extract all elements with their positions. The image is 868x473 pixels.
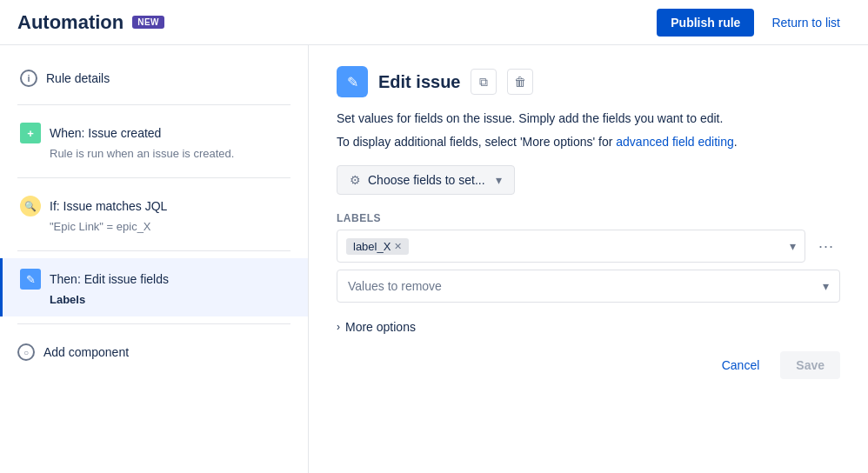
description-suffix: . — [734, 135, 738, 149]
plus-icon: + — [20, 123, 41, 143]
sidebar-divider-4 — [17, 323, 290, 324]
footer-actions: Cancel Save — [337, 351, 840, 379]
choose-fields-label: Choose fields to set... — [368, 173, 485, 187]
header-actions: Publish rule Return to list — [657, 9, 851, 37]
edit-icon: ✎ — [20, 269, 41, 290]
choose-fields-button[interactable]: ⚙ Choose fields to set... ▾ — [337, 165, 515, 195]
copy-icon: ⧉ — [479, 75, 488, 90]
labels-dropdown[interactable]: label_X ✕ ▾ — [337, 230, 805, 263]
description-prefix: To display additional fields, select 'Mo… — [337, 135, 616, 149]
labels-section: Labels label_X ✕ ▾ ··· Values to remove … — [337, 212, 840, 303]
sidebar-item-label: Rule details — [46, 71, 110, 85]
return-to-list-button[interactable]: Return to list — [761, 9, 851, 37]
header: Automation NEW Publish rule Return to li… — [0, 0, 868, 45]
sidebar-item-rule-details[interactable]: i Rule details — [0, 59, 308, 97]
labels-input-row: label_X ✕ ▾ ··· — [337, 230, 840, 263]
labels-chevron-icon: ▾ — [790, 239, 796, 253]
content-area: ✎ Edit issue ⧉ 🗑 Set values for fields o… — [309, 45, 868, 473]
circle-icon: ○ — [17, 343, 35, 361]
sidebar-divider-3 — [17, 250, 290, 251]
sidebar-item-when-issue-created[interactable]: + When: Issue created Rule is run when a… — [0, 112, 308, 170]
pencil-icon: ✎ — [347, 74, 358, 90]
main-layout: i Rule details + When: Issue created Rul… — [0, 45, 868, 473]
delete-button[interactable]: 🗑 — [507, 69, 533, 95]
save-button[interactable]: Save — [780, 351, 840, 379]
sidebar-item-label: If: Issue matches JQL — [50, 199, 167, 213]
description-line2: To display additional fields, select 'Mo… — [337, 133, 840, 151]
more-options-label: More options — [345, 320, 416, 334]
sidebar: i Rule details + When: Issue created Rul… — [0, 45, 309, 473]
label-tag: label_X ✕ — [346, 238, 409, 255]
edit-issue-title: Edit issue — [378, 72, 460, 92]
sidebar-divider-2 — [17, 177, 290, 178]
sidebar-item-label: Then: Edit issue fields — [50, 272, 169, 286]
sidebar-divider — [17, 104, 290, 105]
gear-icon: ⚙ — [350, 173, 361, 187]
info-icon: i — [20, 70, 37, 87]
edit-issue-header: ✎ Edit issue ⧉ 🗑 — [337, 66, 840, 97]
values-to-remove-placeholder: Values to remove — [348, 279, 442, 293]
trash-icon: 🗑 — [514, 75, 526, 89]
sidebar-item-then-edit-issue[interactable]: ✎ Then: Edit issue fields Labels — [0, 258, 308, 316]
new-badge: NEW — [132, 16, 164, 29]
description-line1: Set values for fields on the issue. Simp… — [337, 110, 840, 128]
values-remove-section: Values to remove ▾ — [337, 270, 840, 303]
add-component-item[interactable]: ○ Add component — [0, 331, 308, 373]
add-component-label: Add component — [43, 345, 129, 359]
edit-issue-icon: ✎ — [337, 66, 368, 97]
chevron-right-icon: › — [337, 321, 340, 333]
labels-heading: Labels — [337, 212, 840, 224]
search-icon: 🔍 — [20, 196, 41, 217]
sidebar-item-sublabel: "Epic Link" = epic_X — [50, 220, 290, 233]
app-title: Automation — [17, 11, 124, 34]
more-options-toggle[interactable]: › More options — [337, 320, 840, 334]
remove-tag-button[interactable]: ✕ — [394, 241, 402, 252]
values-remove-chevron-icon: ▾ — [823, 279, 829, 293]
publish-rule-button[interactable]: Publish rule — [657, 9, 754, 37]
circle-dot: ○ — [23, 348, 29, 357]
sidebar-item-label: When: Issue created — [50, 126, 161, 140]
advanced-field-editing-link[interactable]: advanced field editing — [616, 135, 733, 149]
chevron-down-icon: ▾ — [496, 173, 502, 187]
values-to-remove-dropdown[interactable]: Values to remove ▾ — [337, 270, 840, 303]
sidebar-item-sublabel: Rule is run when an issue is created. — [50, 147, 290, 160]
cancel-button[interactable]: Cancel — [710, 351, 772, 379]
sidebar-item-active-sublabel: Labels — [50, 293, 290, 306]
labels-more-button[interactable]: ··· — [812, 232, 840, 260]
copy-button[interactable]: ⧉ — [471, 69, 497, 95]
sidebar-item-if-issue-matches[interactable]: 🔍 If: Issue matches JQL "Epic Link" = ep… — [0, 185, 308, 243]
label-tag-text: label_X — [353, 240, 391, 253]
